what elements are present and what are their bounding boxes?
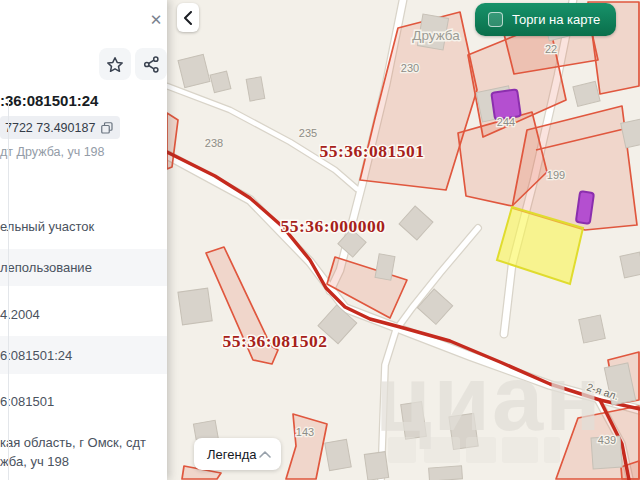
object-subtitle: дт Дружба, уч 198	[0, 145, 105, 159]
coordinates-value: 7722 73.490187	[5, 121, 95, 135]
share-icon	[143, 56, 160, 73]
chevron-left-icon	[183, 11, 193, 25]
favorite-button[interactable]	[99, 48, 131, 80]
auction-button-label: Торги на карте	[512, 12, 600, 27]
address-line-2: жба, уч 198	[0, 452, 146, 471]
quarter-label: 55:36:081501	[319, 141, 424, 161]
chevron-up-icon	[259, 451, 271, 458]
share-button[interactable]	[135, 48, 167, 80]
row-land-use: лепользование	[0, 249, 167, 286]
map-canvas[interactable]: циан Дружба 230 238 235 244 22 199 143	[167, 0, 640, 480]
row-date: 4.2004	[0, 307, 40, 322]
row-object-type: ельный участок	[0, 219, 94, 234]
auction-toggle-button[interactable]: Торги на карте	[475, 3, 616, 36]
parcel-number-label: 199	[547, 169, 565, 181]
cadastral-number-title: :36:081501:24	[0, 92, 98, 109]
address-line-1: кая область, г Омск, сдт	[0, 433, 146, 452]
parcel-number-label: 143	[296, 426, 314, 438]
row-cadastral-number: 6:081501:24	[0, 336, 167, 374]
legend-button-label: Легенда	[207, 447, 256, 462]
close-icon[interactable]: ✕	[146, 10, 166, 30]
place-label: Дружба	[412, 28, 460, 43]
parcel-number-label: 238	[205, 137, 223, 149]
cadastral-map-app: циан Дружба 230 238 235 244 22 199 143	[0, 0, 640, 480]
parcel-number-label: 235	[299, 127, 317, 139]
star-icon	[106, 56, 124, 73]
back-button[interactable]	[177, 3, 199, 32]
watermark: циан	[375, 347, 603, 463]
parcel-number-label: 244	[497, 116, 515, 128]
parcel-number-label: 230	[401, 62, 419, 74]
quarter-label: 55:36:081502	[222, 331, 327, 351]
coordinates-badge[interactable]: 7722 73.490187	[0, 116, 120, 139]
parcel-number-label: 439	[598, 434, 616, 446]
row-address: кая область, г Омск, сдт жба, уч 198	[0, 433, 146, 471]
legend-button[interactable]: Легенда	[194, 438, 281, 470]
info-panel: ✕ :36:081501:24 7722 73.490187 дт Дружба…	[0, 0, 167, 480]
parcel-number-label: 22	[545, 43, 557, 55]
map-svg: циан Дружба 230 238 235 244 22 199 143	[167, 0, 640, 480]
watermark-text: циан	[375, 347, 603, 449]
copy-icon[interactable]	[101, 122, 113, 134]
auction-checkbox[interactable]	[488, 12, 503, 27]
panel-divider	[8, 100, 9, 480]
marker-purple-bar[interactable]	[576, 191, 594, 224]
quarter-label: 55:36:000000	[280, 216, 385, 236]
